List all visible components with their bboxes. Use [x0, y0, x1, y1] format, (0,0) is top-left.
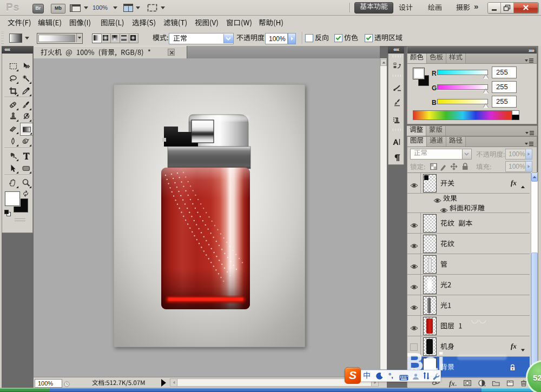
- tool-gradient[interactable]: [20, 123, 33, 136]
- layer-row-花纹 副本[interactable]: [407, 213, 530, 234]
- tool-lasso[interactable]: [7, 72, 19, 84]
- tool-zoom[interactable]: [20, 177, 32, 189]
- tool-blur[interactable]: [7, 135, 19, 147]
- layer-row-花纹[interactable]: [407, 234, 530, 254]
- channel-slider-thumb-G[interactable]: [483, 89, 489, 94]
- scroll-left-icon[interactable]: [170, 378, 177, 387]
- layers-scroll-thumb[interactable]: [531, 253, 538, 369]
- mini-bridge-button[interactable]: Mb: [51, 4, 65, 14]
- eye-icon[interactable]: [410, 282, 418, 292]
- eye-icon[interactable]: [410, 303, 418, 313]
- eye-icon[interactable]: [410, 221, 418, 230]
- layer-row-光1[interactable]: [407, 295, 530, 316]
- layers-tab-0[interactable]: [407, 137, 427, 147]
- eye-icon[interactable]: [410, 323, 418, 333]
- status-zoom-field[interactable]: 100%: [35, 379, 62, 388]
- layers-tab-2[interactable]: [446, 137, 466, 147]
- channel-slider-G[interactable]: [437, 84, 488, 90]
- visibility-cell[interactable]: [407, 173, 421, 193]
- layer-row-开关[interactable]: [407, 173, 530, 194]
- minimize-button[interactable]: [488, 3, 501, 13]
- tool-move[interactable]: [20, 60, 32, 72]
- tool-clone-stamp[interactable]: [7, 110, 19, 122]
- sogou-logo[interactable]: S: [345, 367, 361, 384]
- layer-thumbnail[interactable]: [423, 235, 437, 253]
- layer-thumbnail[interactable]: [423, 174, 437, 192]
- adjustments-tab-1[interactable]: [426, 126, 446, 136]
- scroll-up-icon[interactable]: [380, 59, 387, 66]
- eye-icon[interactable]: [410, 262, 418, 271]
- workspace-overflow-chevron[interactable]: »: [474, 2, 478, 11]
- linear-gradient-button[interactable]: [92, 34, 102, 43]
- tool-dodge[interactable]: [20, 135, 32, 147]
- color-tab-menu-icon[interactable]: [524, 56, 534, 65]
- dock-gripper[interactable]: [391, 129, 402, 131]
- visibility-cell[interactable]: [407, 234, 421, 254]
- ime-language-mode[interactable]: [363, 371, 371, 380]
- layers-tab-menu-icon[interactable]: [524, 139, 534, 149]
- close-button[interactable]: [514, 3, 538, 13]
- tool-preset-icon[interactable]: [9, 34, 22, 43]
- canvas-vertical-scrollbar[interactable]: [380, 58, 387, 377]
- panel-icon-history[interactable]: [391, 59, 403, 71]
- menu-item-8[interactable]: [259, 19, 283, 27]
- dither-checkbox[interactable]: [334, 34, 342, 42]
- menu-item-1[interactable]: [38, 19, 62, 27]
- blend-mode-select[interactable]: [169, 33, 234, 44]
- visibility-cell[interactable]: [407, 316, 421, 336]
- opacity-field[interactable]: 100%: [265, 33, 288, 44]
- visibility-cell[interactable]: [407, 275, 421, 295]
- guides-icon[interactable]: [70, 4, 81, 14]
- color-tab-0[interactable]: [407, 54, 427, 63]
- status-doc-info[interactable]: [92, 380, 146, 387]
- ime-moon-icon[interactable]: [375, 372, 384, 382]
- reflected-gradient-button[interactable]: [120, 34, 129, 43]
- layer-blend-mode-caret[interactable]: [462, 149, 471, 159]
- channel-slider-B[interactable]: [437, 99, 488, 104]
- layer-fx-badge[interactable]: [511, 179, 517, 187]
- color-panel-header[interactable]: »»: [407, 47, 537, 54]
- canvas-area[interactable]: [34, 58, 380, 377]
- layer-thumbnail[interactable]: [423, 317, 437, 335]
- gradient-swatch[interactable]: [38, 35, 75, 42]
- gradient-preview-picker[interactable]: [37, 33, 83, 44]
- panel-icon-paragraph[interactable]: [391, 151, 403, 163]
- restore-button[interactable]: [501, 3, 514, 13]
- tool-hand[interactable]: [7, 177, 19, 189]
- channel-value-R[interactable]: 255: [492, 67, 517, 78]
- channel-slider-thumb-B[interactable]: [483, 104, 489, 108]
- options-bar-gripper[interactable]: [1, 32, 4, 44]
- ime-user-icon[interactable]: [412, 373, 419, 382]
- panel-icon-brush-presets[interactable]: [391, 81, 403, 93]
- layer-name[interactable]: [440, 281, 451, 289]
- layer-name[interactable]: [440, 220, 472, 228]
- status-flyout-arrow[interactable]: [161, 379, 166, 387]
- workspace-painting-button[interactable]: [428, 4, 442, 12]
- fx-collapse-icon[interactable]: [520, 181, 525, 191]
- default-colors-icon[interactable]: [4, 209, 11, 218]
- document-tab[interactable]: [34, 46, 187, 58]
- reverse-label[interactable]: [315, 34, 329, 42]
- tool-pen[interactable]: [7, 150, 19, 162]
- layer-thumbnail[interactable]: [423, 255, 437, 274]
- color-spectrum-ramp[interactable]: [413, 110, 513, 120]
- panel-icon-brushes[interactable]: [391, 96, 403, 108]
- visibility-cell[interactable]: [407, 295, 421, 315]
- gradient-picker-caret[interactable]: [76, 34, 82, 42]
- eye-icon[interactable]: [410, 181, 418, 190]
- channel-slider-R[interactable]: [437, 70, 488, 75]
- ime-punctuation-icon[interactable]: °,: [388, 371, 393, 380]
- ime-fullhalf-icon[interactable]: [423, 372, 430, 382]
- layers-scrollbar[interactable]: [531, 172, 538, 377]
- panel-icon-character[interactable]: [391, 136, 403, 148]
- eye-icon[interactable]: [410, 241, 418, 251]
- swap-colors-icon[interactable]: [22, 189, 29, 199]
- layer-name[interactable]: [440, 261, 447, 269]
- bridge-button[interactable]: Br: [32, 4, 44, 14]
- ime-keyboard-icon[interactable]: [399, 373, 408, 383]
- effect-name[interactable]: [443, 195, 457, 203]
- menu-item-5[interactable]: [163, 19, 187, 27]
- effect-name[interactable]: [450, 204, 485, 212]
- channel-value-B[interactable]: 255: [492, 96, 517, 108]
- screen-mode-icon[interactable]: [147, 4, 157, 14]
